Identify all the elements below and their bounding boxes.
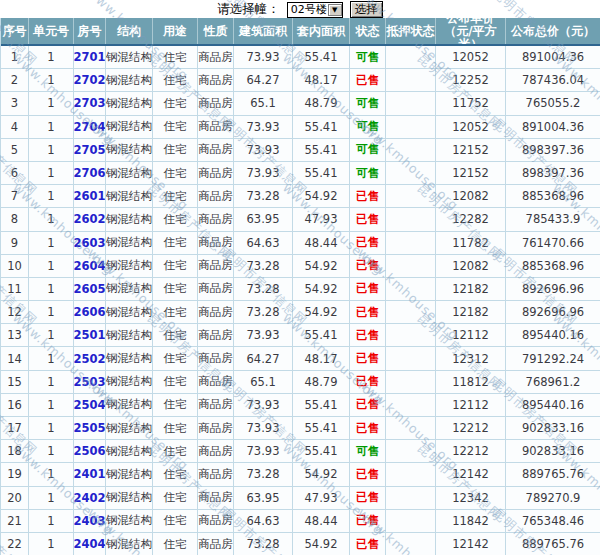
cell-mortgage-status (386, 394, 436, 416)
room-link[interactable]: 2603 (74, 232, 106, 254)
room-link[interactable]: 2401 (74, 463, 106, 485)
room-link[interactable]: 2504 (74, 394, 106, 416)
cell-nature: 商品房 (198, 185, 234, 207)
cell-seq: 8 (1, 208, 29, 230)
room-link[interactable]: 2705 (74, 139, 106, 161)
cell-use: 住宅 (153, 324, 198, 346)
cell-unit-price: 11752 (436, 92, 506, 114)
room-link[interactable]: 2701 (74, 46, 106, 68)
cell-inner-area: 55.41 (293, 324, 350, 346)
cell-unit-no: 1 (29, 371, 74, 393)
cell-structure: 钢混结构 (106, 92, 153, 114)
room-link[interactable]: 2404 (74, 533, 106, 555)
select-button[interactable]: 选择 (350, 1, 383, 18)
cell-build-area: 73.93 (234, 162, 293, 184)
room-link[interactable]: 2703 (74, 92, 106, 114)
cell-build-area: 73.93 (234, 116, 293, 138)
room-link[interactable]: 2502 (74, 347, 106, 369)
cell-use: 住宅 (153, 533, 198, 555)
building-select[interactable]: 02号楼 ▼ (287, 2, 343, 18)
col-header-structure: 结构 (106, 18, 153, 44)
cell-nature: 商品房 (198, 92, 234, 114)
room-link[interactable]: 2704 (74, 116, 106, 138)
table-row: 512705钢混结构住宅商品房73.9355.41可售12152898397.3… (1, 139, 600, 162)
cell-unit-no: 1 (29, 440, 74, 462)
cell-status: 已售 (350, 487, 386, 509)
cell-inner-area: 48.44 (293, 510, 350, 532)
cell-inner-area: 55.41 (293, 46, 350, 68)
cell-unit-price: 12212 (436, 417, 506, 439)
room-link[interactable]: 2503 (74, 371, 106, 393)
cell-unit-no: 1 (29, 301, 74, 323)
cell-inner-area: 48.44 (293, 232, 350, 254)
cell-total-price: 902833.16 (506, 417, 600, 439)
cell-seq: 12 (1, 301, 29, 323)
cell-unit-no: 1 (29, 487, 74, 509)
cell-use: 住宅 (153, 371, 198, 393)
cell-inner-area: 55.41 (293, 139, 350, 161)
cell-seq: 4 (1, 116, 29, 138)
room-link[interactable]: 2505 (74, 417, 106, 439)
room-link[interactable]: 2501 (74, 324, 106, 346)
cell-nature: 商品房 (198, 69, 234, 91)
cell-inner-area: 55.41 (293, 394, 350, 416)
cell-unit-price: 11842 (436, 510, 506, 532)
cell-mortgage-status (386, 116, 436, 138)
cell-unit-price: 12052 (436, 116, 506, 138)
cell-use: 住宅 (153, 46, 198, 68)
cell-nature: 商品房 (198, 463, 234, 485)
room-link[interactable]: 2506 (74, 440, 106, 462)
cell-seq: 20 (1, 487, 29, 509)
cell-build-area: 73.93 (234, 139, 293, 161)
cell-structure: 钢混结构 (106, 440, 153, 462)
cell-structure: 钢混结构 (106, 185, 153, 207)
room-link[interactable]: 2606 (74, 301, 106, 323)
room-link[interactable]: 2602 (74, 208, 106, 230)
cell-total-price: 885368.96 (506, 185, 600, 207)
cell-seq: 7 (1, 185, 29, 207)
cell-build-area: 73.28 (234, 533, 293, 555)
cell-unit-no: 1 (29, 92, 74, 114)
cell-use: 住宅 (153, 92, 198, 114)
cell-total-price: 898397.36 (506, 162, 600, 184)
cell-inner-area: 55.41 (293, 162, 350, 184)
cell-unit-price: 11812 (436, 371, 506, 393)
cell-inner-area: 54.92 (293, 463, 350, 485)
cell-unit-no: 1 (29, 46, 74, 68)
room-link[interactable]: 2604 (74, 255, 106, 277)
cell-total-price: 789270.9 (506, 487, 600, 509)
cell-status: 可售 (350, 92, 386, 114)
cell-build-area: 64.63 (234, 510, 293, 532)
cell-inner-area: 48.17 (293, 69, 350, 91)
table-row: 1312501钢混结构住宅商品房73.9355.41已售12112895440.… (1, 324, 600, 347)
col-header-unit-price: 公布单价（元/平方米） (436, 18, 506, 44)
col-header-total-price: 公布总价（元） (506, 18, 600, 44)
cell-status: 可售 (350, 440, 386, 462)
room-link[interactable]: 2605 (74, 278, 106, 300)
cell-inner-area: 54.92 (293, 255, 350, 277)
col-header-seq: 序号 (1, 18, 29, 44)
cell-nature: 商品房 (198, 510, 234, 532)
cell-unit-price: 12152 (436, 139, 506, 161)
col-header-mortgage-status: 抵押状态 (386, 18, 436, 44)
cell-seq: 6 (1, 162, 29, 184)
cell-total-price: 768961.2 (506, 371, 600, 393)
col-header-nature: 性质 (198, 18, 234, 44)
cell-seq: 15 (1, 371, 29, 393)
room-link[interactable]: 2403 (74, 510, 106, 532)
cell-mortgage-status (386, 301, 436, 323)
cell-mortgage-status (386, 487, 436, 509)
cell-nature: 商品房 (198, 487, 234, 509)
cell-nature: 商品房 (198, 139, 234, 161)
room-link[interactable]: 2402 (74, 487, 106, 509)
cell-nature: 商品房 (198, 533, 234, 555)
cell-use: 住宅 (153, 208, 198, 230)
room-link[interactable]: 2702 (74, 69, 106, 91)
cell-use: 住宅 (153, 487, 198, 509)
room-link[interactable]: 2601 (74, 185, 106, 207)
cell-build-area: 63.95 (234, 487, 293, 509)
cell-unit-no: 1 (29, 463, 74, 485)
room-link[interactable]: 2706 (74, 162, 106, 184)
building-selector-label: 请选择幢： (217, 1, 280, 18)
cell-mortgage-status (386, 185, 436, 207)
